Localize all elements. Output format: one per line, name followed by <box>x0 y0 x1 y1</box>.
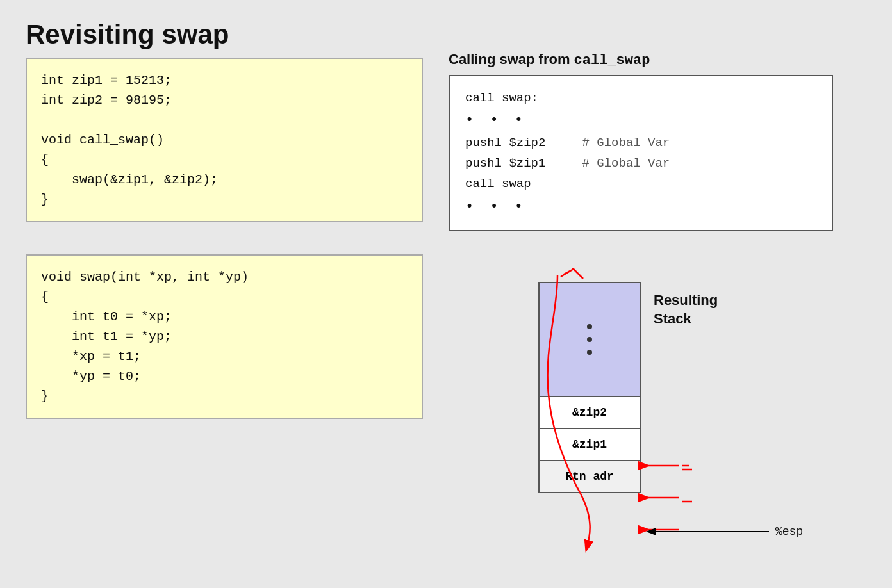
asm-dots-1: • • • <box>465 108 816 132</box>
code-line: int t0 = *xp; <box>41 307 408 327</box>
code-line: *xp = t1; <box>41 347 408 366</box>
stack-cell-rtn: Rtn adr <box>538 461 641 493</box>
asm-title: Calling swap from call_swap <box>449 51 871 69</box>
code-line: { <box>41 287 408 307</box>
code-line: int t1 = *yp; <box>41 327 408 347</box>
top-code-box: int zip1 = 15213; int zip2 = 98195; void… <box>26 58 423 222</box>
asm-dots-2: • • • <box>465 195 816 218</box>
stack-top-section <box>538 282 641 397</box>
code-line: int zip2 = 98195; <box>41 90 408 110</box>
code-line: *yp = t0; <box>41 366 408 386</box>
code-line: } <box>41 386 408 406</box>
stack-cell-zip2: &zip2 <box>538 397 641 429</box>
page: Revisiting swap int zip1 = 15213; int zi… <box>0 0 892 588</box>
asm-line-1: pushl $zip2 # Global Var <box>465 133 816 153</box>
asm-line-2: pushl $zip1 # Global Var <box>465 153 816 174</box>
stack-dot-3 <box>587 350 592 355</box>
asm-title-code: call_swap <box>574 53 650 69</box>
asm-line-3: call swap <box>465 174 816 194</box>
code-line: } <box>41 190 408 209</box>
stack-dot-2 <box>587 337 592 342</box>
left-panel: int zip1 = 15213; int zip2 = 98195; void… <box>26 58 423 419</box>
stack-area: &zip2 &zip1 Rtn adr <box>538 282 641 493</box>
asm-label: call_swap: <box>465 88 816 108</box>
bottom-code-box: void swap(int *xp, int *yp) { int t0 = *… <box>26 254 423 419</box>
code-line: int zip1 = 15213; <box>41 70 408 90</box>
code-line <box>41 110 408 130</box>
esp-text: %esp <box>775 525 803 538</box>
code-line: void call_swap() <box>41 130 408 150</box>
resulting-stack-label: ResultingStack <box>654 291 718 328</box>
code-line: void swap(int *xp, int *yp) <box>41 267 408 287</box>
code-line: { <box>41 150 408 170</box>
stack-dot-1 <box>587 324 592 329</box>
right-panel: Calling swap from call_swap call_swap: •… <box>449 51 871 231</box>
stack-container: &zip2 &zip1 Rtn adr <box>538 282 641 493</box>
stack-cell-zip1: &zip1 <box>538 429 641 461</box>
page-title: Revisiting swap <box>26 19 866 50</box>
asm-box: call_swap: • • • pushl $zip2 # Global Va… <box>449 75 833 231</box>
code-line: swap(&zip1, &zip2); <box>41 170 408 190</box>
